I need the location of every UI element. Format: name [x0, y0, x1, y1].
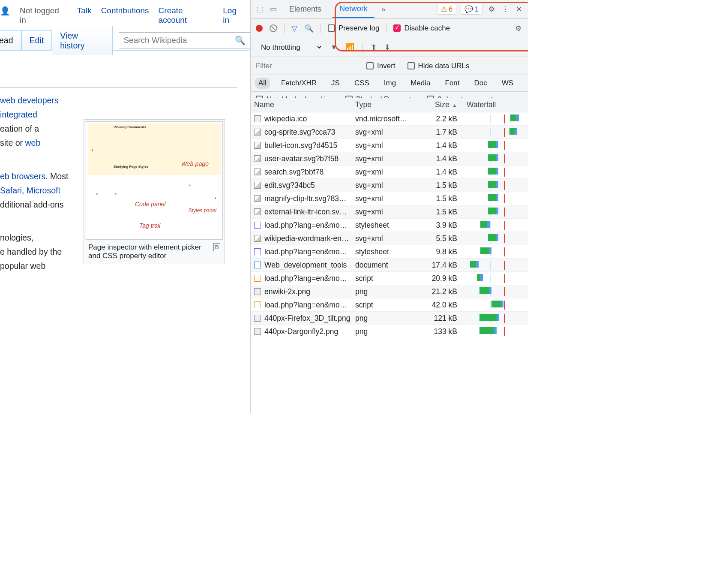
table-row[interactable]: wikipedia.icovnd.microsoft…2.2 kB: [251, 112, 528, 126]
request-size: 1.5 kB: [415, 208, 463, 217]
create-account-link[interactable]: Create account: [159, 6, 214, 25]
upload-har-icon[interactable]: ⬆: [371, 43, 377, 52]
more-tabs-icon[interactable]: »: [379, 5, 388, 14]
chip-media[interactable]: Media: [407, 78, 434, 89]
waterfall-cell: [467, 327, 528, 336]
not-logged-in-label: Not logged in: [20, 6, 68, 25]
col-type[interactable]: Type: [355, 100, 415, 109]
request-type: vnd.microsoft…: [355, 114, 415, 123]
table-row[interactable]: load.php?lang=en&mo…stylesheet3.9 kB: [251, 219, 528, 232]
close-icon[interactable]: ✕: [514, 5, 524, 14]
request-name: wikipedia.ico: [264, 114, 307, 123]
hide-data-urls-checkbox[interactable]: Hide data URLs: [407, 62, 470, 70]
table-row[interactable]: load.php?lang=en&mo…script20.9 kB: [251, 272, 528, 285]
chip-doc[interactable]: Doc: [471, 78, 491, 89]
login-link[interactable]: Log in: [223, 6, 245, 25]
file-type-icon: [254, 182, 261, 189]
download-har-icon[interactable]: ⬇: [384, 43, 390, 52]
table-row[interactable]: enwiki-2x.pngpng21.2 kB: [251, 285, 528, 298]
preserve-log-checkbox[interactable]: Preserve log: [328, 24, 379, 33]
link-microsoft[interactable]: Microsoft: [27, 186, 60, 195]
request-name: cog-sprite.svg?cca73: [264, 128, 335, 137]
chip-font[interactable]: Font: [442, 78, 463, 89]
chip-fetchxhr[interactable]: Fetch/XHR: [278, 78, 320, 89]
col-waterfall[interactable]: Waterfall: [463, 100, 528, 109]
waterfall-cell: [467, 168, 528, 177]
tab-view-history[interactable]: View history: [52, 26, 113, 55]
filter-input[interactable]: [256, 62, 354, 70]
kebab-icon[interactable]: ⋮: [500, 5, 510, 14]
link-eb-browsers[interactable]: eb browsers: [0, 172, 45, 181]
table-row[interactable]: magnify-clip-ltr.svg?83…svg+xml1.5 kB: [251, 192, 528, 205]
file-type-icon: [254, 315, 261, 322]
talk-link[interactable]: Talk: [77, 6, 92, 25]
chip-js[interactable]: JS: [328, 78, 343, 89]
tab-elements[interactable]: Elements: [282, 1, 328, 17]
request-type: svg+xml: [355, 168, 415, 177]
chip-all[interactable]: All: [255, 78, 270, 89]
tab-network[interactable]: Network: [333, 1, 374, 18]
network-settings-icon[interactable]: ⚙: [513, 24, 523, 33]
search-input[interactable]: [123, 36, 235, 45]
clear-button[interactable]: [270, 24, 277, 32]
chip-img[interactable]: Img: [380, 78, 399, 89]
request-type: png: [355, 287, 415, 296]
record-button[interactable]: [256, 25, 263, 32]
devtools-top-toolbar: ⬚ ▭ Elements Network » ⚠ 6 💬 1 ⚙ ⋮ ✕: [251, 0, 528, 19]
invert-checkbox[interactable]: Invert: [366, 62, 395, 70]
table-row[interactable]: bullet-icon.svg?d4515svg+xml1.4 kB: [251, 139, 528, 152]
table-row[interactable]: external-link-ltr-icon.sv…svg+xml1.5 kB: [251, 205, 528, 219]
waterfall-cell: [467, 208, 528, 217]
link-integrated[interactable]: integrated: [0, 110, 37, 119]
network-toolbar: ▽ 🔍 Preserve log Disable cache ⚙: [251, 19, 528, 38]
search-icon[interactable]: 🔍: [304, 24, 314, 33]
request-type: svg+xml: [355, 154, 415, 163]
search-box[interactable]: 🔍: [119, 32, 250, 48]
request-type: svg+xml: [355, 194, 415, 203]
table-row[interactable]: edit.svg?34bc5svg+xml1.5 kB: [251, 179, 528, 192]
link-web-developers[interactable]: web developers: [0, 96, 59, 105]
device-toggle-icon[interactable]: ▭: [269, 5, 278, 14]
table-row[interactable]: user-avatar.svg?b7f58svg+xml1.4 kB: [251, 152, 528, 166]
table-row[interactable]: 440px-Firefox_3D_tilt.pngpng121 kB: [251, 312, 528, 325]
thumbnail-image[interactable]: Viewing Documents Studying Page Styles W…: [86, 121, 223, 240]
table-row[interactable]: Web_development_toolsdocument17.4 kB: [251, 259, 528, 272]
request-name: 440px-Firefox_3D_tilt.png: [264, 314, 350, 323]
tab-read[interactable]: ead: [0, 30, 21, 50]
chip-wasm[interactable]: Wasm: [524, 78, 528, 89]
table-row[interactable]: load.php?lang=en&mo…stylesheet9.8 kB: [251, 245, 528, 259]
link-safari[interactable]: Safari: [0, 186, 22, 195]
table-row[interactable]: wikipedia-wordmark-en…svg+xml5.5 kB: [251, 232, 528, 245]
request-size: 133 kB: [415, 327, 463, 336]
warnings-badge[interactable]: ⚠ 6: [437, 4, 456, 15]
disable-cache-checkbox[interactable]: Disable cache: [393, 24, 450, 33]
wifi-icon[interactable]: 📶: [345, 43, 355, 52]
table-row[interactable]: search.svg?bbf78svg+xml1.4 kB: [251, 166, 528, 179]
file-type-icon: [254, 169, 261, 175]
messages-badge[interactable]: 💬 1: [461, 4, 482, 15]
request-type: svg+xml: [355, 234, 415, 243]
request-name: load.php?lang=en&mo…: [264, 274, 347, 283]
filter-toggle-icon[interactable]: ▽: [291, 24, 297, 33]
file-type-icon: [254, 195, 261, 202]
contributions-link[interactable]: Contributions: [101, 6, 149, 25]
tab-edit[interactable]: Edit: [21, 30, 52, 50]
settings-icon[interactable]: ⚙: [487, 5, 496, 14]
search-icon[interactable]: 🔍: [235, 35, 246, 45]
table-row[interactable]: cog-sprite.svg?cca73svg+xml1.7 kB: [251, 126, 528, 139]
file-type-icon: [254, 129, 261, 135]
annotation-tagtrail: Tag trail: [139, 222, 160, 229]
link-web[interactable]: web: [25, 138, 41, 148]
chip-css[interactable]: CSS: [351, 78, 373, 89]
table-row[interactable]: 440px-Dargonfly2.pngpng133 kB: [251, 325, 528, 338]
request-name: 440px-Dargonfly2.png: [264, 327, 338, 336]
request-name: load.php?lang=en&mo…: [264, 301, 347, 310]
inspect-icon[interactable]: ⬚: [255, 5, 264, 14]
chip-ws[interactable]: WS: [498, 78, 517, 89]
throttling-select[interactable]: No throttling: [256, 40, 323, 54]
col-size[interactable]: Size▲: [415, 100, 463, 109]
enlarge-icon[interactable]: ⧉: [213, 243, 220, 251]
request-type: png: [355, 327, 415, 336]
col-name[interactable]: Name: [251, 100, 355, 109]
table-row[interactable]: load.php?lang=en&mo…script42.0 kB: [251, 298, 528, 312]
